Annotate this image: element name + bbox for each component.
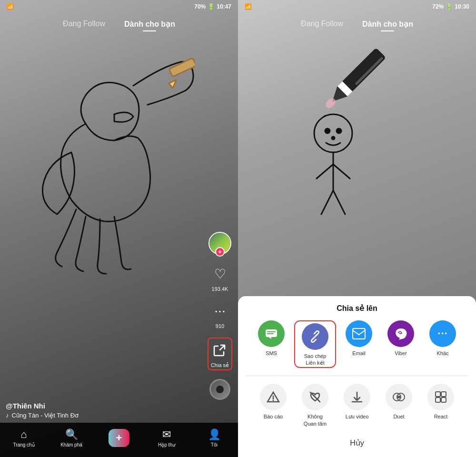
wifi-icon-left: 📶 xyxy=(7,3,14,10)
react-label: React xyxy=(434,413,448,420)
svg-line-7 xyxy=(317,164,333,179)
nav-header-left: Đang Follow Dành cho bạn xyxy=(0,13,238,34)
comment-button-left[interactable]: ··· xyxy=(209,300,230,321)
share-row-2: Báo cáo KhôngQuan tâm xyxy=(238,384,476,427)
share-item-viber[interactable]: Viber xyxy=(382,320,420,357)
battery-icon-left: 🔋 xyxy=(208,3,215,10)
drawing-sketch-left xyxy=(29,57,195,295)
svg-rect-31 xyxy=(441,397,446,402)
svg-point-21 xyxy=(273,400,274,401)
profile-label-left: Tôi xyxy=(211,442,218,447)
explore-icon-left: 🔍 xyxy=(65,428,78,441)
add-icon-left: + xyxy=(116,432,122,444)
email-icon xyxy=(346,320,372,347)
share-item-report[interactable]: Báo cáo xyxy=(254,384,292,420)
duet-icon xyxy=(386,384,412,410)
share-item-email[interactable]: Email xyxy=(340,320,378,357)
cancel-button[interactable]: Hủy xyxy=(238,435,476,449)
svg-line-10 xyxy=(333,190,345,214)
home-label-left: Trang chủ xyxy=(13,442,34,447)
status-bar-right: 📶 72% 🔋 10:30 xyxy=(238,0,476,13)
avatar-left[interactable]: + xyxy=(208,232,231,255)
home-icon-left: ⌂ xyxy=(20,428,27,441)
viber-icon xyxy=(387,320,414,347)
nav-inbox-left[interactable]: ✉ Hộp thư xyxy=(152,428,181,447)
status-right-left: 70% 🔋 10:47 xyxy=(194,3,231,10)
svg-marker-1 xyxy=(169,80,176,88)
tab-for-you-left[interactable]: Dành cho bạn xyxy=(124,20,175,29)
svg-line-9 xyxy=(321,190,333,214)
like-count-left: 193.4K xyxy=(212,286,228,292)
nav-header-right: Đang Follow Dành cho bạn xyxy=(238,13,476,34)
battery-pct-left: 70% xyxy=(194,3,206,10)
share-item-react[interactable]: React xyxy=(422,384,460,420)
share-item-copy-link[interactable]: Sao chépLiên kết xyxy=(296,323,334,367)
status-right-right: 72% 🔋 10:30 xyxy=(432,3,469,10)
share-sheet: Chia sẻ lên SMS xyxy=(238,296,476,457)
like-button-left[interactable]: ♡ xyxy=(209,263,230,284)
drawing-sketch-right xyxy=(243,38,424,243)
duet-label: Duet xyxy=(393,413,404,420)
share-item-save-video[interactable]: Lưu video xyxy=(338,384,376,420)
viber-label: Viber xyxy=(395,350,407,357)
share-row-1: SMS Sao chépLiên kết xyxy=(238,320,476,368)
nav-home-left[interactable]: ⌂ Trang chủ xyxy=(10,428,38,447)
explore-label-left: Khám phá xyxy=(60,442,82,447)
save-video-label: Lưu video xyxy=(346,413,369,420)
svg-point-2 xyxy=(314,114,352,152)
music-disc-inner-left xyxy=(216,386,224,393)
share-sheet-title: Chia sẻ lên xyxy=(238,304,476,313)
svg-point-4 xyxy=(337,129,341,133)
share-item-more[interactable]: ··· Khác xyxy=(424,320,462,357)
share-item-sms[interactable]: SMS xyxy=(252,320,290,357)
svg-rect-0 xyxy=(169,58,195,77)
username-left[interactable]: @Thiên Nhi xyxy=(6,402,205,410)
react-icon xyxy=(427,384,454,410)
more-icon: ··· xyxy=(429,320,456,347)
share-button-left[interactable] xyxy=(209,339,230,360)
inbox-label-left: Hộp thư xyxy=(158,442,175,447)
add-button-left[interactable]: + xyxy=(109,429,130,447)
more-label: Khác xyxy=(436,350,448,357)
tab-following-right[interactable]: Đang Follow xyxy=(301,20,343,28)
time-right: 10:30 xyxy=(455,3,469,10)
copy-link-highlight: Sao chépLiên kết xyxy=(294,320,336,368)
wifi-icon-right: 📶 xyxy=(245,3,252,10)
svg-marker-17 xyxy=(268,337,271,339)
nav-profile-left[interactable]: 👤 Tôi xyxy=(200,428,228,447)
copy-link-icon xyxy=(302,323,328,350)
bottom-info-left: @Thiên Nhi ♪ Cũng Tàn - Việt Tinh Đơ xyxy=(6,402,205,419)
follow-plus-badge-left[interactable]: + xyxy=(215,247,225,257)
nav-explore-left[interactable]: 🔍 Khám phá xyxy=(57,428,86,447)
sms-icon xyxy=(258,320,285,347)
tab-for-you-right[interactable]: Dành cho bạn xyxy=(362,20,413,29)
share-item-not-interested[interactable]: KhôngQuan tâm xyxy=(296,384,334,427)
music-icon-left: ♪ xyxy=(6,412,9,419)
share-group-left[interactable]: Chia sẻ xyxy=(208,338,232,370)
bottom-nav-left: ⌂ Trang chủ 🔍 Khám phá + ✉ Hộp thư 👤 Tôi xyxy=(0,423,238,457)
share-item-duet[interactable]: Duet xyxy=(380,384,418,420)
sms-label: SMS xyxy=(266,350,277,357)
svg-rect-28 xyxy=(436,392,440,397)
nav-add-left[interactable]: + xyxy=(105,429,133,447)
song-text-left: Cũng Tàn - Việt Tinh Đơ xyxy=(12,412,79,419)
svg-line-8 xyxy=(333,164,350,179)
status-left-left: 📶 xyxy=(7,3,14,10)
status-bar-left: 📶 70% 🔋 10:47 xyxy=(0,0,238,13)
phone-right: 📶 72% 🔋 10:30 Đang Follow Dành cho bạn +… xyxy=(238,0,476,457)
svg-rect-29 xyxy=(441,392,446,397)
comment-group-left[interactable]: ··· 910 xyxy=(209,300,230,329)
song-info-left: ♪ Cũng Tàn - Việt Tinh Đơ xyxy=(6,412,205,419)
svg-point-27 xyxy=(397,396,400,398)
side-icons-left: + ♡ 193.4K ··· 910 Chia sẻ xyxy=(208,232,232,400)
phone-left: 📶 70% 🔋 10:47 Đang Follow Dành cho bạn +… xyxy=(0,0,238,457)
svg-point-5 xyxy=(332,137,335,139)
time-left: 10:47 xyxy=(217,3,231,10)
tab-following-left[interactable]: Đang Follow xyxy=(63,20,105,28)
email-label: Email xyxy=(352,350,366,357)
comment-count-left: 910 xyxy=(216,323,224,329)
like-group-left[interactable]: ♡ 193.4K xyxy=(209,263,230,292)
svg-point-3 xyxy=(325,129,330,133)
music-disc-left xyxy=(209,379,230,400)
status-left-right: 📶 xyxy=(245,3,252,10)
